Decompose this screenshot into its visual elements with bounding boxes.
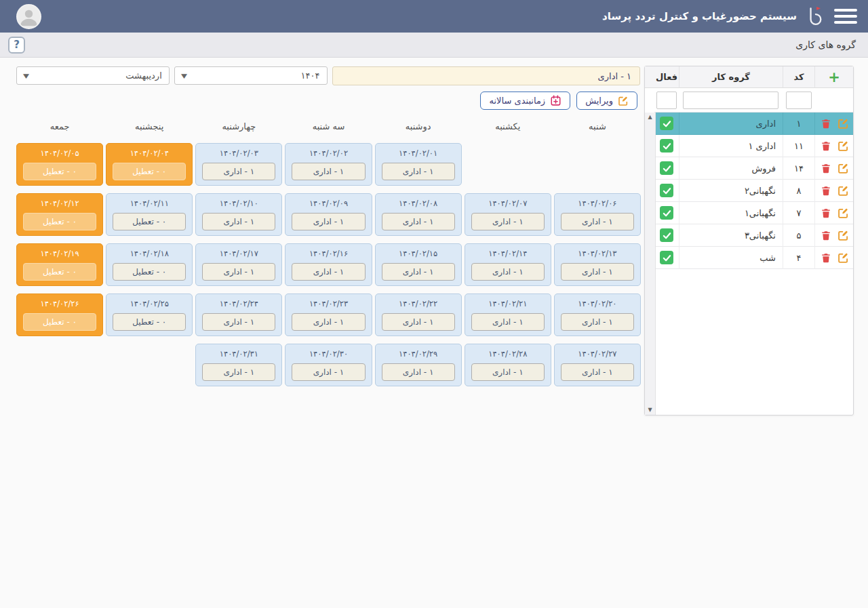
add-group-button[interactable]: + xyxy=(814,66,853,88)
day-shift-button[interactable]: ۱ - اداری xyxy=(292,163,365,180)
day-date: ۱۴۰۴/۰۲/۱۲ xyxy=(17,199,102,208)
year-dropdown[interactable]: ۱۴۰۴ ▼ xyxy=(174,66,328,85)
day-shift-button[interactable]: ۱ - اداری xyxy=(561,363,634,381)
edit-row-button[interactable] xyxy=(837,252,849,264)
delete-row-button[interactable] xyxy=(820,230,831,241)
day-date: ۱۴۰۴/۰۲/۲۸ xyxy=(465,349,551,359)
table-header-row: + کد گروه کار فعال xyxy=(656,66,853,88)
calendar-day-cell: ۱۴۰۴/۰۲/۲۰۱ - اداری xyxy=(554,293,641,336)
delete-row-button[interactable] xyxy=(820,118,831,129)
calendar-day-cell: ۱۴۰۴/۰۲/۳۱۱ - اداری xyxy=(195,344,282,386)
day-shift-button[interactable]: ۱ - اداری xyxy=(292,313,365,331)
delete-row-button[interactable] xyxy=(820,207,831,219)
day-shift-button[interactable]: ۱ - اداری xyxy=(202,263,275,281)
active-checkbox[interactable] xyxy=(660,251,673,264)
weekday-label: جمعه xyxy=(16,121,103,131)
group-code-cell: ۵ xyxy=(783,224,814,247)
weekday-label: چهارشنبه xyxy=(195,121,282,131)
schedule-actions: ویرایش زمانبندی سالانه xyxy=(16,92,637,110)
table-scrollbar[interactable]: ▲ ▼ xyxy=(645,113,656,415)
delete-row-button[interactable] xyxy=(820,252,831,264)
day-shift-button[interactable]: ۱ - اداری xyxy=(382,163,455,180)
edit-row-button[interactable] xyxy=(837,140,849,152)
day-shift-button[interactable]: ۱ - اداری xyxy=(292,363,365,381)
day-shift-button[interactable]: ۱ - اداری xyxy=(382,263,455,281)
active-checkbox[interactable] xyxy=(660,228,673,242)
edit-row-button[interactable] xyxy=(837,185,849,197)
day-shift-button[interactable]: ۱ - اداری xyxy=(382,363,455,381)
day-date: ۱۴۰۴/۰۲/۰۷ xyxy=(465,199,551,208)
weekday-header: شنبه یکشنبه دوشنبه سه شنبه چهارشنبه پنجش… xyxy=(16,121,641,131)
pencil-square-icon xyxy=(837,118,849,129)
active-filter-input[interactable] xyxy=(656,92,677,109)
day-shift-button[interactable]: ۱ - اداری xyxy=(202,313,275,331)
table-row[interactable]: ۴شب xyxy=(656,247,853,269)
day-shift-button[interactable]: ۱ - اداری xyxy=(202,163,275,180)
month-dropdown[interactable]: اردیبهشت ▼ xyxy=(16,66,170,85)
day-shift-button[interactable]: ۱ - اداری xyxy=(561,263,634,281)
scroll-up-icon[interactable]: ▲ xyxy=(648,115,652,120)
day-shift-button[interactable]: ۱ - اداری xyxy=(471,363,545,381)
day-shift-button[interactable]: ۱ - اداری xyxy=(561,313,634,331)
day-shift-button[interactable]: ۱ - اداری xyxy=(202,363,275,381)
table-row[interactable]: ۷نگهبانی۱ xyxy=(656,202,853,224)
calendar-day-cell: ۱۴۰۴/۰۲/۱۰۱ - اداری xyxy=(195,193,282,236)
work-groups-panel: + کد گروه کار فعال ۱اداری۱۱اداری ۱۱۴فروش… xyxy=(644,66,854,416)
table-row[interactable]: ۱اداری xyxy=(656,113,853,135)
table-row[interactable]: ۸نگهبانی۲ xyxy=(656,180,853,202)
delete-row-button[interactable] xyxy=(820,163,831,174)
day-shift-button[interactable]: ۱ - اداری xyxy=(382,313,455,331)
day-shift-button[interactable]: ۰ - تعطیل xyxy=(23,263,96,281)
active-checkbox[interactable] xyxy=(660,206,673,220)
weekday-label: سه شنبه xyxy=(285,121,372,131)
day-shift-button[interactable]: ۰ - تعطیل xyxy=(113,213,186,230)
scroll-down-icon[interactable]: ▼ xyxy=(648,407,652,413)
day-date: ۱۴۰۴/۰۲/۱۳ xyxy=(555,249,640,258)
day-shift-button[interactable]: ۱ - اداری xyxy=(471,213,545,230)
day-shift-button[interactable]: ۰ - تعطیل xyxy=(23,213,96,230)
user-avatar[interactable] xyxy=(16,4,41,29)
active-checkbox[interactable] xyxy=(660,184,673,197)
edit-row-button[interactable] xyxy=(837,163,849,174)
day-date: ۱۴۰۴/۰۲/۰۸ xyxy=(376,199,461,208)
table-row[interactable]: ۱۴فروش xyxy=(656,157,853,180)
day-date: ۱۴۰۴/۰۲/۱۵ xyxy=(376,249,461,258)
selected-group-field[interactable] xyxy=(332,66,640,85)
day-shift-button[interactable]: ۱ - اداری xyxy=(471,263,545,281)
day-shift-button[interactable]: ۰ - تعطیل xyxy=(113,313,186,331)
day-shift-button[interactable]: ۰ - تعطیل xyxy=(113,263,186,281)
day-shift-button[interactable]: ۱ - اداری xyxy=(471,313,545,331)
hamburger-menu-icon[interactable] xyxy=(834,9,857,24)
day-shift-button[interactable]: ۰ - تعطیل xyxy=(23,163,96,180)
day-shift-button[interactable]: ۱ - اداری xyxy=(561,213,634,230)
edit-row-button[interactable] xyxy=(837,118,849,129)
active-checkbox[interactable] xyxy=(660,117,673,130)
trash-icon xyxy=(821,118,831,129)
day-shift-button[interactable]: ۱ - اداری xyxy=(382,213,455,230)
help-button[interactable]: ? xyxy=(8,37,25,54)
code-filter-input[interactable] xyxy=(786,92,812,109)
pencil-square-icon xyxy=(837,230,849,241)
day-shift-button[interactable]: ۱ - اداری xyxy=(202,213,275,230)
group-name-cell: نگهبانی۳ xyxy=(679,224,783,247)
edit-button[interactable]: ویرایش xyxy=(576,92,637,110)
table-row[interactable]: ۱۱اداری ۱ xyxy=(656,135,853,157)
day-shift-button[interactable]: ۱ - اداری xyxy=(292,213,365,230)
table-row[interactable]: ۵نگهبانی۳ xyxy=(656,224,853,247)
row-actions-cell xyxy=(814,135,853,157)
schedule-controls: ۱۴۰۴ ▼ اردیبهشت ▼ xyxy=(16,66,640,85)
calendar-day-cell: ۱۴۰۴/۰۲/۱۶۱ - اداری xyxy=(285,243,372,286)
page-title: گروه های کاری xyxy=(795,39,856,50)
delete-row-button[interactable] xyxy=(820,185,831,197)
edit-row-button[interactable] xyxy=(837,207,849,219)
annual-schedule-button[interactable]: زمانبندی سالانه xyxy=(480,92,570,110)
group-filter-input[interactable] xyxy=(683,92,778,109)
day-shift-button[interactable]: ۰ - تعطیل xyxy=(113,163,186,180)
edit-row-button[interactable] xyxy=(837,230,849,241)
active-checkbox[interactable] xyxy=(660,161,673,175)
active-checkbox[interactable] xyxy=(660,139,673,153)
delete-row-button[interactable] xyxy=(820,140,831,152)
day-shift-button[interactable]: ۱ - اداری xyxy=(292,263,365,281)
day-shift-button[interactable]: ۰ - تعطیل xyxy=(23,313,96,331)
group-code-cell: ۸ xyxy=(783,180,814,202)
